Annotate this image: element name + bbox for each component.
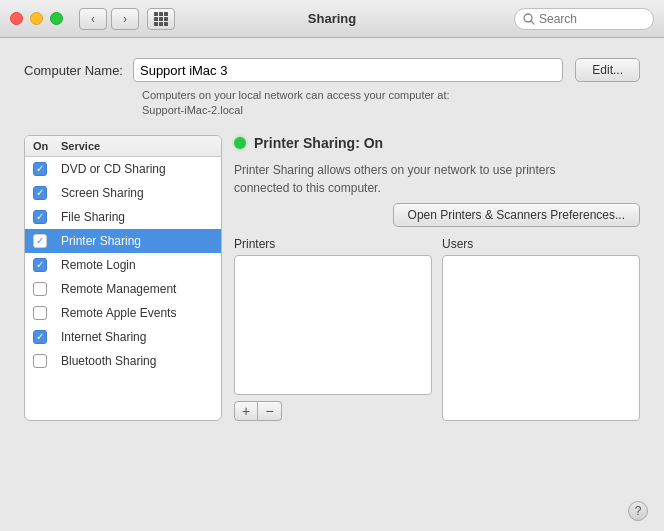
status-row: Printer Sharing: On — [234, 135, 640, 151]
grid-view-button[interactable] — [147, 8, 175, 30]
service-list: On Service ✓DVD or CD Sharing✓Screen Sha… — [24, 135, 222, 421]
service-item-dvd-sharing[interactable]: ✓DVD or CD Sharing — [25, 157, 221, 181]
service-status-label: Printer Sharing: On — [254, 135, 383, 151]
checkbox-dvd-sharing[interactable]: ✓ — [33, 162, 47, 176]
service-description: Printer Sharing allows others on your ne… — [234, 161, 614, 197]
remove-printer-button[interactable]: − — [258, 401, 282, 421]
service-name-remote-apple-events: Remote Apple Events — [61, 306, 176, 320]
header-on: On — [33, 140, 61, 152]
checkbox-file-sharing[interactable]: ✓ — [33, 210, 47, 224]
edit-button[interactable]: Edit... — [575, 58, 640, 82]
service-list-header: On Service — [25, 136, 221, 157]
checkbox-screen-sharing[interactable]: ✓ — [33, 186, 47, 200]
service-name-bluetooth-sharing: Bluetooth Sharing — [61, 354, 156, 368]
service-item-remote-management[interactable]: Remote Management — [25, 277, 221, 301]
back-button[interactable]: ‹ — [79, 8, 107, 30]
service-item-internet-sharing[interactable]: ✓Internet Sharing — [25, 325, 221, 349]
checkbox-remote-login[interactable]: ✓ — [33, 258, 47, 272]
service-item-remote-apple-events[interactable]: Remote Apple Events — [25, 301, 221, 325]
open-prefs-button[interactable]: Open Printers & Scanners Preferences... — [393, 203, 640, 227]
main-content: Computer Name: Edit... Computers on your… — [0, 38, 664, 437]
columns-area: Printers + − Users — [234, 237, 640, 421]
service-item-bluetooth-sharing[interactable]: Bluetooth Sharing — [25, 349, 221, 373]
users-column: Users — [442, 237, 640, 421]
help-button[interactable]: ? — [628, 501, 648, 521]
printers-column: Printers + − — [234, 237, 432, 421]
users-list[interactable] — [442, 255, 640, 421]
service-name-file-sharing: File Sharing — [61, 210, 125, 224]
checkbox-internet-sharing[interactable]: ✓ — [33, 330, 47, 344]
add-printer-button[interactable]: + — [234, 401, 258, 421]
local-address: Computers on your local network can acce… — [142, 88, 640, 119]
service-item-printer-sharing[interactable]: ✓Printer Sharing — [25, 229, 221, 253]
computer-name-label: Computer Name: — [24, 63, 123, 78]
checkbox-remote-apple-events[interactable] — [33, 306, 47, 320]
computer-name-row: Computer Name: Edit... — [24, 58, 640, 82]
printers-label: Printers — [234, 237, 432, 251]
service-name-remote-login: Remote Login — [61, 258, 136, 272]
status-indicator — [234, 137, 246, 149]
search-input[interactable] — [539, 12, 645, 26]
minimize-button[interactable] — [30, 12, 43, 25]
service-item-file-sharing[interactable]: ✓File Sharing — [25, 205, 221, 229]
service-name-screen-sharing: Screen Sharing — [61, 186, 144, 200]
search-box[interactable] — [514, 8, 654, 30]
checkbox-remote-management[interactable] — [33, 282, 47, 296]
bottom-bar: ? — [628, 501, 648, 521]
checkbox-printer-sharing[interactable]: ✓ — [33, 234, 47, 248]
forward-button[interactable]: › — [111, 8, 139, 30]
window-title: Sharing — [308, 11, 356, 26]
nav-buttons: ‹ › — [79, 8, 139, 30]
users-label: Users — [442, 237, 640, 251]
computer-name-input[interactable] — [133, 58, 563, 82]
list-controls: + − — [234, 401, 432, 421]
printers-list[interactable] — [234, 255, 432, 395]
service-items-container: ✓DVD or CD Sharing✓Screen Sharing✓File S… — [25, 157, 221, 373]
service-item-screen-sharing[interactable]: ✓Screen Sharing — [25, 181, 221, 205]
checkbox-bluetooth-sharing[interactable] — [33, 354, 47, 368]
search-icon — [523, 13, 535, 25]
header-service: Service — [61, 140, 100, 152]
maximize-button[interactable] — [50, 12, 63, 25]
window-controls — [10, 12, 63, 25]
grid-icon — [154, 12, 168, 26]
right-panel: Printer Sharing: On Printer Sharing allo… — [234, 135, 640, 421]
service-name-remote-management: Remote Management — [61, 282, 176, 296]
title-bar: ‹ › Sharing — [0, 0, 664, 38]
service-name-dvd-sharing: DVD or CD Sharing — [61, 162, 166, 176]
service-item-remote-login[interactable]: ✓Remote Login — [25, 253, 221, 277]
service-name-internet-sharing: Internet Sharing — [61, 330, 146, 344]
panel: On Service ✓DVD or CD Sharing✓Screen Sha… — [24, 135, 640, 421]
service-name-printer-sharing: Printer Sharing — [61, 234, 141, 248]
close-button[interactable] — [10, 12, 23, 25]
svg-line-1 — [531, 21, 534, 24]
